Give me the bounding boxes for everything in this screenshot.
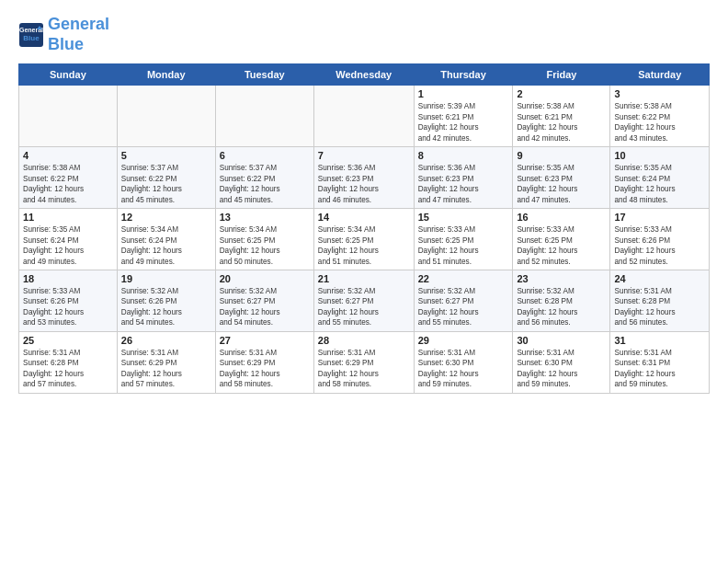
day-info: Sunrise: 5:33 AM Sunset: 6:26 PM Dayligh… xyxy=(614,224,705,267)
calendar-cell: 13Sunrise: 5:34 AM Sunset: 6:25 PM Dayli… xyxy=(215,209,313,270)
day-info: Sunrise: 5:31 AM Sunset: 6:30 PM Dayligh… xyxy=(418,348,509,390)
day-number: 15 xyxy=(418,212,509,223)
day-number: 23 xyxy=(517,273,606,284)
day-info: Sunrise: 5:39 AM Sunset: 6:21 PM Dayligh… xyxy=(418,101,509,144)
weekday-header-monday: Monday xyxy=(117,64,215,86)
logo-general: General xyxy=(48,15,109,33)
day-number: 11 xyxy=(23,212,113,223)
calendar-cell: 12Sunrise: 5:34 AM Sunset: 6:24 PM Dayli… xyxy=(117,209,215,270)
day-info: Sunrise: 5:32 AM Sunset: 6:27 PM Dayligh… xyxy=(220,286,310,328)
day-info: Sunrise: 5:33 AM Sunset: 6:26 PM Dayligh… xyxy=(23,286,113,328)
calendar-week-3: 11Sunrise: 5:35 AM Sunset: 6:24 PM Dayli… xyxy=(19,209,710,270)
logo: General Blue General Blue xyxy=(18,15,109,54)
day-number: 5 xyxy=(121,150,211,161)
day-info: Sunrise: 5:37 AM Sunset: 6:22 PM Dayligh… xyxy=(121,163,211,205)
day-info: Sunrise: 5:31 AM Sunset: 6:29 PM Dayligh… xyxy=(220,348,310,390)
weekday-header-row: SundayMondayTuesdayWednesdayThursdayFrid… xyxy=(19,64,710,86)
calendar-cell: 15Sunrise: 5:33 AM Sunset: 6:25 PM Dayli… xyxy=(414,209,513,270)
day-info: Sunrise: 5:31 AM Sunset: 6:30 PM Dayligh… xyxy=(517,348,606,390)
calendar-cell: 21Sunrise: 5:32 AM Sunset: 6:27 PM Dayli… xyxy=(313,270,414,332)
day-number: 3 xyxy=(614,88,705,99)
calendar-cell: 31Sunrise: 5:31 AM Sunset: 6:31 PM Dayli… xyxy=(610,331,710,393)
day-number: 25 xyxy=(23,335,113,346)
weekday-header-tuesday: Tuesday xyxy=(215,64,313,86)
logo-text: General Blue xyxy=(48,15,109,54)
day-number: 31 xyxy=(614,335,705,346)
day-number: 4 xyxy=(23,150,113,161)
day-number: 12 xyxy=(121,212,211,223)
day-number: 24 xyxy=(614,273,705,284)
day-number: 13 xyxy=(220,212,310,223)
day-info: Sunrise: 5:32 AM Sunset: 6:26 PM Dayligh… xyxy=(121,286,211,328)
weekday-header-friday: Friday xyxy=(513,64,610,86)
weekday-header-wednesday: Wednesday xyxy=(313,64,414,86)
day-info: Sunrise: 5:34 AM Sunset: 6:25 PM Dayligh… xyxy=(220,224,310,267)
calendar-cell: 9Sunrise: 5:35 AM Sunset: 6:23 PM Daylig… xyxy=(513,147,610,209)
calendar-cell: 18Sunrise: 5:33 AM Sunset: 6:26 PM Dayli… xyxy=(19,270,118,332)
calendar-cell: 14Sunrise: 5:34 AM Sunset: 6:25 PM Dayli… xyxy=(313,209,414,270)
day-info: Sunrise: 5:35 AM Sunset: 6:24 PM Dayligh… xyxy=(23,224,113,267)
logo-blue: Blue xyxy=(48,35,84,53)
weekday-header-thursday: Thursday xyxy=(414,64,513,86)
calendar-cell: 2Sunrise: 5:38 AM Sunset: 6:21 PM Daylig… xyxy=(513,86,610,147)
day-number: 22 xyxy=(418,273,509,284)
svg-text:Blue: Blue xyxy=(23,34,40,42)
calendar-cell xyxy=(19,86,118,147)
calendar-week-5: 25Sunrise: 5:31 AM Sunset: 6:28 PM Dayli… xyxy=(19,331,710,393)
day-number: 17 xyxy=(614,212,705,223)
calendar-cell xyxy=(215,86,313,147)
day-number: 29 xyxy=(418,335,509,346)
day-info: Sunrise: 5:31 AM Sunset: 6:31 PM Dayligh… xyxy=(614,348,705,390)
day-info: Sunrise: 5:31 AM Sunset: 6:29 PM Dayligh… xyxy=(121,348,211,390)
day-number: 28 xyxy=(318,335,410,346)
calendar-cell: 16Sunrise: 5:33 AM Sunset: 6:25 PM Dayli… xyxy=(513,209,610,270)
calendar-cell: 6Sunrise: 5:37 AM Sunset: 6:22 PM Daylig… xyxy=(215,147,313,209)
weekday-header-sunday: Sunday xyxy=(19,64,118,86)
day-number: 18 xyxy=(23,273,113,284)
calendar-cell: 26Sunrise: 5:31 AM Sunset: 6:29 PM Dayli… xyxy=(117,331,215,393)
calendar-cell: 11Sunrise: 5:35 AM Sunset: 6:24 PM Dayli… xyxy=(19,209,118,270)
day-info: Sunrise: 5:34 AM Sunset: 6:25 PM Dayligh… xyxy=(318,224,410,267)
calendar-week-2: 4Sunrise: 5:38 AM Sunset: 6:22 PM Daylig… xyxy=(19,147,710,209)
day-info: Sunrise: 5:36 AM Sunset: 6:23 PM Dayligh… xyxy=(418,163,509,205)
calendar-cell: 27Sunrise: 5:31 AM Sunset: 6:29 PM Dayli… xyxy=(215,331,313,393)
day-info: Sunrise: 5:33 AM Sunset: 6:25 PM Dayligh… xyxy=(517,224,606,267)
calendar-week-4: 18Sunrise: 5:33 AM Sunset: 6:26 PM Dayli… xyxy=(19,270,710,332)
calendar-cell: 5Sunrise: 5:37 AM Sunset: 6:22 PM Daylig… xyxy=(117,147,215,209)
calendar-cell xyxy=(117,86,215,147)
calendar-cell: 25Sunrise: 5:31 AM Sunset: 6:28 PM Dayli… xyxy=(19,331,118,393)
calendar-cell: 4Sunrise: 5:38 AM Sunset: 6:22 PM Daylig… xyxy=(19,147,118,209)
day-info: Sunrise: 5:37 AM Sunset: 6:22 PM Dayligh… xyxy=(220,163,310,205)
calendar-cell: 7Sunrise: 5:36 AM Sunset: 6:23 PM Daylig… xyxy=(313,147,414,209)
day-info: Sunrise: 5:32 AM Sunset: 6:28 PM Dayligh… xyxy=(517,286,606,328)
calendar-cell: 8Sunrise: 5:36 AM Sunset: 6:23 PM Daylig… xyxy=(414,147,513,209)
day-number: 19 xyxy=(121,273,211,284)
calendar-cell: 24Sunrise: 5:31 AM Sunset: 6:28 PM Dayli… xyxy=(610,270,710,332)
day-number: 6 xyxy=(220,150,310,161)
weekday-header-saturday: Saturday xyxy=(610,64,710,86)
day-number: 21 xyxy=(318,273,410,284)
logo-icon: General Blue xyxy=(18,22,44,48)
day-number: 14 xyxy=(318,212,410,223)
day-number: 2 xyxy=(517,88,606,99)
day-number: 27 xyxy=(220,335,310,346)
calendar-table: SundayMondayTuesdayWednesdayThursdayFrid… xyxy=(18,63,710,394)
calendar-cell: 10Sunrise: 5:35 AM Sunset: 6:24 PM Dayli… xyxy=(610,147,710,209)
day-number: 10 xyxy=(614,150,705,161)
calendar-cell: 30Sunrise: 5:31 AM Sunset: 6:30 PM Dayli… xyxy=(513,331,610,393)
calendar-cell: 1Sunrise: 5:39 AM Sunset: 6:21 PM Daylig… xyxy=(414,86,513,147)
day-info: Sunrise: 5:38 AM Sunset: 6:21 PM Dayligh… xyxy=(517,101,606,144)
day-info: Sunrise: 5:35 AM Sunset: 6:24 PM Dayligh… xyxy=(614,163,705,205)
day-number: 16 xyxy=(517,212,606,223)
day-info: Sunrise: 5:36 AM Sunset: 6:23 PM Dayligh… xyxy=(318,163,410,205)
day-number: 30 xyxy=(517,335,606,346)
day-info: Sunrise: 5:31 AM Sunset: 6:29 PM Dayligh… xyxy=(318,348,410,390)
calendar-cell: 17Sunrise: 5:33 AM Sunset: 6:26 PM Dayli… xyxy=(610,209,710,270)
day-number: 9 xyxy=(517,150,606,161)
day-info: Sunrise: 5:38 AM Sunset: 6:22 PM Dayligh… xyxy=(23,163,113,205)
calendar-cell: 22Sunrise: 5:32 AM Sunset: 6:27 PM Dayli… xyxy=(414,270,513,332)
day-info: Sunrise: 5:31 AM Sunset: 6:28 PM Dayligh… xyxy=(23,348,113,390)
calendar-cell: 3Sunrise: 5:38 AM Sunset: 6:22 PM Daylig… xyxy=(610,86,710,147)
calendar-week-1: 1Sunrise: 5:39 AM Sunset: 6:21 PM Daylig… xyxy=(19,86,710,147)
day-info: Sunrise: 5:31 AM Sunset: 6:28 PM Dayligh… xyxy=(614,286,705,328)
